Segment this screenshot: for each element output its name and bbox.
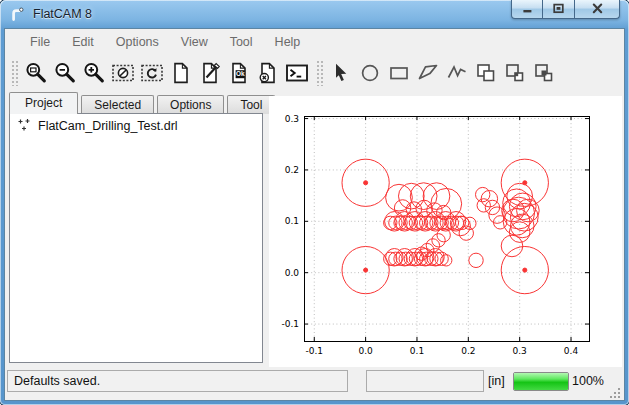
zoom-out-icon — [53, 61, 77, 85]
toolbar-handle[interactable] — [11, 60, 18, 86]
menu-item-help[interactable]: Help — [264, 32, 312, 52]
save-project-icon: Ok — [227, 61, 251, 85]
svg-text:0.1: 0.1 — [285, 216, 299, 226]
menu-item-edit[interactable]: Edit — [61, 32, 105, 52]
shell-button[interactable] — [282, 58, 311, 87]
union-tool-icon — [474, 61, 498, 85]
circle-tool-icon — [358, 61, 382, 85]
polygon-tool-icon — [416, 61, 440, 85]
titlebar[interactable]: FlatCAM 8 — [0, 0, 629, 28]
window-title: FlatCAM 8 — [33, 7, 92, 21]
progress-fill — [514, 373, 568, 390]
zoom-in-icon — [82, 61, 106, 85]
tree-item[interactable]: FlatCam_Drilling_Test.drl — [10, 114, 262, 135]
open-project-icon — [198, 61, 222, 85]
new-project-icon — [169, 61, 193, 85]
open-project-button[interactable] — [195, 58, 224, 87]
save-project-button[interactable]: Ok — [224, 58, 253, 87]
intersection-tool-button[interactable] — [500, 58, 529, 87]
menu-bar: FileEditOptionsViewToolHelp — [6, 30, 623, 53]
shell-icon — [285, 61, 309, 85]
close-icon — [591, 0, 604, 18]
svg-text:0.2: 0.2 — [461, 346, 475, 356]
svg-text:0.0: 0.0 — [285, 268, 300, 278]
circle-tool-button[interactable] — [355, 58, 384, 87]
tree-item-label: FlatCam_Drilling_Test.drl — [38, 119, 178, 133]
svg-text:0.1: 0.1 — [410, 346, 424, 356]
geometry-toolbar — [311, 54, 558, 91]
drill-file-icon — [17, 118, 32, 133]
minimize-button[interactable] — [511, 0, 543, 19]
client-area: FileEditOptionsViewToolHelp Ok ProjectSe… — [4, 28, 625, 401]
svg-text:0.4: 0.4 — [564, 346, 579, 356]
flatcam-window: FlatCAM 8 FileEditOptionsViewToolHelp Ok… — [0, 0, 629, 405]
select-tool-button[interactable] — [326, 58, 355, 87]
progress-bar — [513, 372, 569, 391]
tab-selected[interactable]: Selected — [81, 95, 154, 114]
svg-text:0.0: 0.0 — [358, 346, 373, 356]
subtract-tool-icon — [532, 61, 556, 85]
union-tool-button[interactable] — [471, 58, 500, 87]
project-tree[interactable]: FlatCam_Drilling_Test.drl — [9, 113, 263, 363]
path-tool-icon — [445, 61, 469, 85]
tab-project[interactable]: Project — [9, 92, 78, 114]
main-toolbar: Ok — [6, 54, 311, 91]
polygon-tool-button[interactable] — [413, 58, 442, 87]
delete-object-icon — [256, 61, 280, 85]
zoom-fit-button[interactable] — [21, 58, 50, 87]
minimize-icon — [521, 0, 534, 18]
rectangle-tool-button[interactable] — [384, 58, 413, 87]
svg-text:0.2: 0.2 — [285, 165, 299, 175]
window-controls — [511, 0, 620, 19]
delete-object-button[interactable] — [253, 58, 282, 87]
units-label: [in] — [488, 370, 505, 392]
plot-canvas: -0.10.00.10.20.30.4-0.10.00.10.20.3 — [269, 96, 622, 367]
replot-icon — [140, 61, 164, 85]
svg-text:0.3: 0.3 — [285, 114, 299, 124]
replot-button[interactable] — [137, 58, 166, 87]
status-aux-panel — [366, 370, 484, 392]
svg-text:-0.1: -0.1 — [281, 319, 299, 329]
zoom-fit-icon — [24, 61, 48, 85]
maximize-button[interactable] — [543, 0, 575, 19]
path-tool-button[interactable] — [442, 58, 471, 87]
select-tool-icon — [329, 61, 353, 85]
intersection-tool-icon — [503, 61, 527, 85]
toolbar-handle[interactable] — [316, 60, 323, 86]
menu-item-file[interactable]: File — [19, 32, 61, 52]
zoom-in-button[interactable] — [79, 58, 108, 87]
flatcam-logo-icon — [9, 6, 26, 23]
toolbar: Ok — [6, 54, 623, 91]
tab-options[interactable]: Options — [157, 95, 224, 114]
rectangle-tool-icon — [387, 61, 411, 85]
plot-svg[interactable]: -0.10.00.10.20.30.4-0.10.00.10.20.3 — [269, 96, 622, 367]
svg-text:-0.1: -0.1 — [305, 346, 323, 356]
zoom-out-button[interactable] — [50, 58, 79, 87]
menu-item-options[interactable]: Options — [105, 32, 170, 52]
maximize-icon — [552, 0, 565, 18]
resize-grip-icon[interactable] — [609, 385, 621, 397]
menu-item-tool[interactable]: Tool — [219, 32, 264, 52]
svg-text:Ok: Ok — [235, 70, 244, 77]
tab-bar: ProjectSelectedOptionsTool — [9, 92, 278, 114]
clear-plot-button[interactable] — [108, 58, 137, 87]
progress-percent-label: 100% — [572, 370, 604, 392]
status-bar: Defaults saved. [in] 100% — [5, 367, 624, 400]
svg-text:0.3: 0.3 — [513, 346, 527, 356]
new-project-button[interactable] — [166, 58, 195, 87]
status-message: Defaults saved. — [7, 370, 348, 392]
clear-plot-icon — [111, 61, 135, 85]
menu-item-view[interactable]: View — [170, 32, 219, 52]
subtract-tool-button[interactable] — [529, 58, 558, 87]
close-button[interactable] — [575, 0, 620, 19]
